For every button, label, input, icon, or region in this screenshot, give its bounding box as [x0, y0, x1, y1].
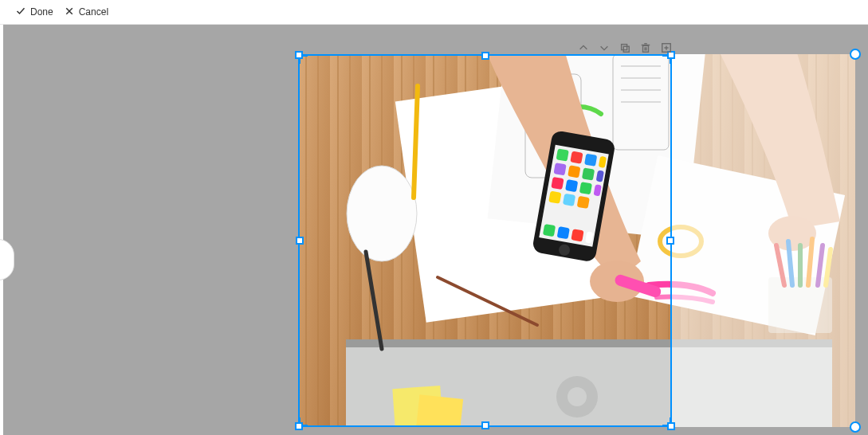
crop-handle-bottom-left[interactable]: [295, 422, 303, 430]
image-resize-handle-bottom-right[interactable]: [850, 421, 861, 433]
move-down-button[interactable]: [598, 41, 611, 54]
done-button[interactable]: Done: [16, 6, 53, 18]
cancel-button[interactable]: Cancel: [65, 6, 108, 18]
crop-handle-top-left[interactable]: [295, 51, 303, 59]
move-up-button[interactable]: [577, 41, 590, 54]
crop-handle-mid-right[interactable]: [666, 237, 674, 245]
crop-handle-top-mid[interactable]: [481, 52, 489, 60]
crop-rectangle[interactable]: [298, 54, 672, 427]
crop-handle-mid-left[interactable]: [296, 237, 304, 245]
element-action-strip: [577, 41, 673, 54]
done-label: Done: [30, 6, 53, 18]
svg-rect-59: [623, 46, 629, 52]
svg-rect-60: [643, 45, 649, 52]
cancel-label: Cancel: [79, 6, 108, 18]
delete-button[interactable]: [639, 41, 652, 54]
duplicate-button[interactable]: [619, 41, 631, 54]
crop-handle-bottom-mid[interactable]: [481, 421, 489, 429]
add-button[interactable]: [660, 41, 673, 54]
editor-toolbar: Done Cancel: [0, 0, 868, 25]
editor-canvas[interactable]: [3, 24, 868, 435]
crop-handle-bottom-right[interactable]: [667, 422, 675, 430]
check-icon: [16, 6, 26, 18]
svg-rect-58: [622, 45, 627, 50]
crop-mask-overlay: [672, 54, 855, 427]
close-icon: [65, 6, 74, 18]
image-resize-handle-top-right[interactable]: [850, 49, 861, 60]
